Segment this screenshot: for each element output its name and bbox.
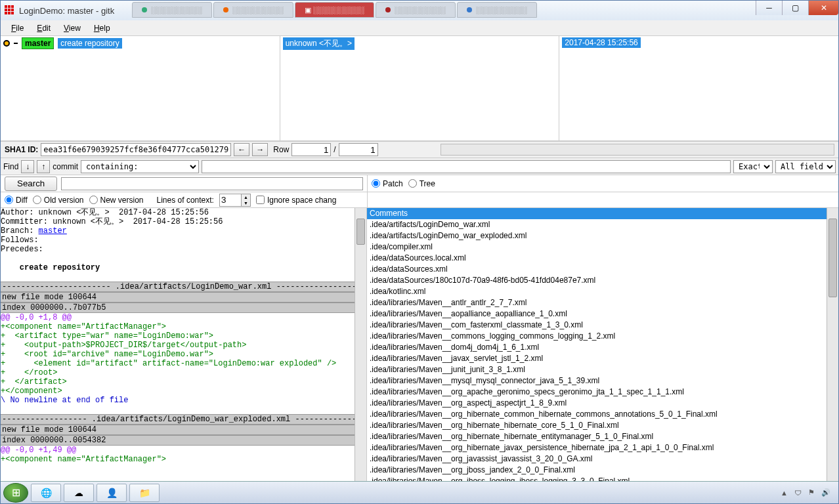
bg-tab-3[interactable]: ▣ ░░░░░░░░░░ [295, 2, 374, 18]
sha-input[interactable] [41, 143, 231, 156]
file-item[interactable]: .idea/libraries/Maven__antlr_antlr_2_7_7… [367, 297, 827, 308]
new-version-radio[interactable]: New version [89, 196, 144, 205]
row-separator: / [333, 145, 335, 154]
row-current-input[interactable] [291, 143, 331, 156]
ignore-space-checkbox[interactable]: Ignore space chang [256, 196, 336, 205]
taskbar-app-2[interactable]: ☁ [64, 484, 94, 502]
window-title: LoginDemo: master - gitk [19, 6, 114, 16]
file-item[interactable]: .idea/libraries/Maven__org_hibernate_jav… [367, 442, 827, 453]
file-item[interactable]: .idea/libraries/Maven__org_jboss_logging… [367, 476, 827, 481]
diff-radio[interactable]: Diff [5, 196, 28, 205]
find-label: Find [3, 162, 18, 171]
bg-tab-2[interactable]: ░░░░░░░░░░ [213, 2, 293, 18]
horizontal-scrollbar[interactable] [441, 144, 834, 156]
lines-of-context-label: Lines of context: [157, 196, 214, 205]
start-button[interactable]: ⊞ [3, 483, 28, 503]
lines-of-context-spinner[interactable]: ▲▼ [219, 194, 251, 207]
author-text: unknown <不见。> [283, 37, 355, 50]
search-button[interactable]: Search [5, 177, 57, 191]
bg-tab-1[interactable]: ░░░░░░░░░░ [132, 2, 212, 18]
row-label: Row [273, 145, 289, 154]
system-tray[interactable]: ▲ 🛡 ⚑ 🔊 [781, 488, 836, 497]
file-item[interactable]: .idea/kotlinc.xml [367, 286, 827, 297]
file-item[interactable]: .idea/libraries/Maven__com_fasterxml_cla… [367, 320, 827, 331]
find-match-combo[interactable]: Exact [733, 160, 773, 173]
titlebar: LoginDemo: master - gitk ░░░░░░░░░░ ░░░░… [1, 1, 838, 20]
find-commit-label: commit [53, 162, 78, 171]
file-item[interactable]: .idea/dataSources.xml [367, 264, 827, 275]
menubar: File Edit View Help [1, 20, 838, 36]
file-item[interactable]: .idea/libraries/Maven__org_javassist_jav… [367, 453, 827, 465]
nav-back-button[interactable]: ← [234, 143, 249, 156]
close-button[interactable]: ✕ [808, 1, 838, 15]
file-item[interactable]: .idea/libraries/Maven__org_hibernate_hib… [367, 431, 827, 442]
file-item[interactable]: .idea/libraries/Maven__org_hibernate_com… [367, 409, 827, 420]
file-item[interactable]: .idea/artifacts/LoginDemo_war_exploded.x… [367, 230, 827, 242]
diff-view[interactable]: Author: unknown <不见。> 2017-04-28 15:25:5… [1, 208, 355, 481]
file-scrollbar[interactable] [827, 208, 838, 481]
bg-tab-4[interactable]: ░░░░░░░░░░ [376, 2, 456, 18]
taskbar-app-1[interactable]: 🌐 [31, 484, 61, 502]
tray-flag-icon[interactable]: ⚑ [808, 488, 815, 497]
author-pane[interactable]: unknown <不见。> [280, 36, 560, 140]
commit-row[interactable]: master create repository [3, 37, 277, 49]
file-item[interactable]: .idea/libraries/Maven__org_hibernate_hib… [367, 420, 827, 431]
file-item[interactable]: .idea/artifacts/LoginDemo_war.xml [367, 219, 827, 230]
sha-label: SHA1 ID: [5, 145, 38, 154]
menu-help[interactable]: Help [89, 22, 116, 34]
find-type-combo[interactable]: containing: [81, 160, 199, 173]
find-fields-combo[interactable]: All fields [775, 160, 836, 173]
app-icon [5, 5, 15, 16]
commit-node-icon [3, 40, 10, 47]
find-row: Find ↓ ↑ commit containing: Exact All fi… [1, 158, 838, 175]
file-item[interactable]: .idea/libraries/Maven__org_aspectj_aspec… [367, 398, 827, 409]
file-item[interactable]: .idea/compiler.xml [367, 242, 827, 253]
diff-file-header-2: ------------------ .idea/artifacts/Login… [1, 414, 355, 425]
file-item[interactable]: .idea/libraries/Maven__junit_junit_3_8_1… [367, 364, 827, 375]
diff-file-header-1: ----------------------- .idea/artifacts/… [1, 282, 355, 292]
file-item[interactable]: .idea/libraries/Maven__org_apache_geroni… [367, 387, 827, 398]
menu-edit[interactable]: Edit [32, 22, 56, 34]
os-taskbar: ⊞ 🌐 ☁ 👤 📁 ▲ 🛡 ⚑ 🔊 [1, 481, 838, 503]
menu-file[interactable]: File [6, 22, 29, 34]
minimize-button[interactable]: ─ [756, 1, 782, 15]
file-item[interactable]: .idea/libraries/Maven__javax_servlet_jst… [367, 353, 827, 364]
tray-up-icon[interactable]: ▲ [781, 489, 788, 497]
file-item[interactable]: .idea/libraries/Maven__org_jboss_jandex_… [367, 465, 827, 476]
menu-view[interactable]: View [58, 22, 86, 34]
date-text: 2017-04-28 15:25:56 [562, 37, 640, 48]
branch-link[interactable]: master [39, 226, 67, 236]
tray-volume-icon[interactable]: 🔊 [821, 488, 830, 497]
old-version-radio[interactable]: Old version [33, 196, 84, 205]
patch-radio[interactable]: Patch [372, 179, 403, 188]
maximize-button[interactable]: ▢ [782, 1, 808, 15]
search-input[interactable] [61, 177, 363, 190]
taskbar-app-3[interactable]: 👤 [97, 484, 127, 502]
branch-tag[interactable]: master [22, 37, 54, 49]
tree-radio[interactable]: Tree [408, 179, 435, 188]
find-prev-button[interactable]: ↑ [37, 160, 50, 173]
file-item[interactable]: .idea/libraries/Maven__mysql_mysql_conne… [367, 375, 827, 387]
file-item[interactable]: .idea/dataSources/180c107d-70a9-48f6-bd0… [367, 275, 827, 286]
diff-scrollbar[interactable] [355, 208, 366, 481]
bg-tab-5[interactable]: ░░░░░░░░░░ [457, 2, 537, 18]
file-item[interactable]: .idea/libraries/Maven__commons_logging_c… [367, 331, 827, 342]
file-item[interactable]: .idea/libraries/Maven__aopalliance_aopal… [367, 308, 827, 320]
commit-message: create repository [58, 38, 121, 49]
nav-forward-button[interactable]: → [252, 143, 268, 156]
find-text-input[interactable] [202, 160, 731, 173]
sha-row: SHA1 ID: ← → Row / [1, 141, 838, 158]
date-pane[interactable]: 2017-04-28 15:25:56 [559, 36, 838, 140]
commit-graph-pane[interactable]: master create repository [1, 36, 280, 140]
row-total-input[interactable] [339, 143, 378, 156]
taskbar-app-4[interactable]: 📁 [129, 484, 160, 502]
file-item[interactable]: .idea/dataSources.local.xml [367, 253, 827, 264]
tray-shield-icon[interactable]: 🛡 [794, 489, 802, 497]
file-item[interactable]: .idea/libraries/Maven__dom4j_dom4j_1_6_1… [367, 342, 827, 353]
file-list[interactable]: Comments.idea/artifacts/LoginDemo_war.xm… [367, 208, 827, 481]
find-next-button[interactable]: ↓ [21, 160, 34, 173]
file-item[interactable]: Comments [367, 208, 827, 219]
